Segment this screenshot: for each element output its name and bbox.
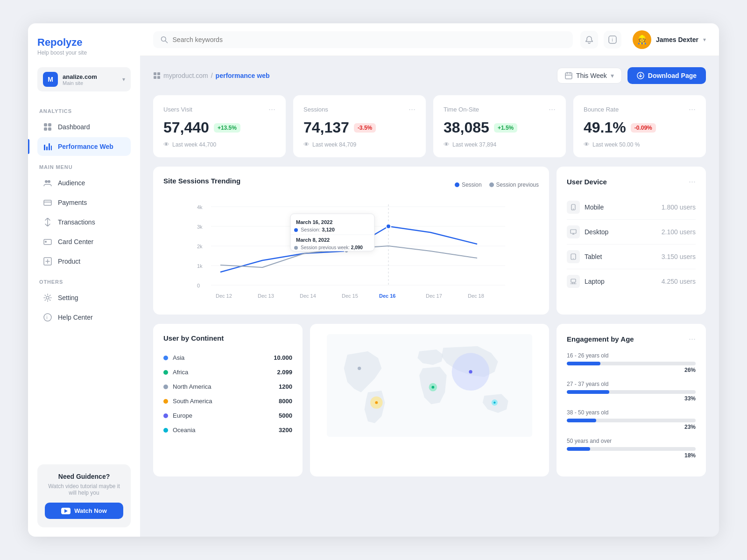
eye-icon-3: 👁 — [584, 141, 590, 148]
engagement-bar-fill-2 — [567, 419, 596, 422]
device-card-dots[interactable]: ··· — [689, 177, 696, 187]
svg-text:2k: 2k — [197, 244, 203, 249]
continent-row-south-america: South America 8000 — [163, 394, 292, 408]
laptop-icon — [567, 275, 580, 288]
engagement-bar-bg-3 — [567, 447, 696, 451]
stats-row: Users Visit ··· 57,440 +13.5% 👁 Last wee… — [153, 95, 706, 157]
search-box[interactable] — [153, 31, 573, 48]
svg-rect-23 — [154, 76, 156, 79]
watch-btn-label: Watch Now — [74, 507, 107, 514]
svg-rect-63 — [571, 279, 576, 282]
engagement-card: Engagement by Age ··· 16 - 26 years old … — [557, 324, 706, 476]
continent-dot-europe — [163, 413, 168, 418]
week-chevron-icon: ▾ — [611, 72, 614, 79]
svg-text:4k: 4k — [197, 204, 203, 210]
continent-dot-asia — [163, 356, 168, 360]
sidebar-item-performance-web[interactable]: Performance Web — [37, 137, 131, 156]
device-row-laptop: Laptop 4.250 users — [567, 269, 696, 294]
breadcrumb-page[interactable]: performance web — [216, 72, 270, 79]
sidebar-item-audience[interactable]: Audience — [37, 174, 131, 192]
dashboard-icon — [43, 122, 52, 132]
svg-text:3k: 3k — [197, 224, 203, 230]
calendar-icon — [565, 72, 572, 79]
engagement-pct-3: 18% — [567, 452, 696, 459]
continent-name-asia: Asia — [173, 354, 274, 361]
continent-val-oceania: 3200 — [279, 427, 292, 434]
product-label: Product — [58, 258, 80, 265]
stat-badge-2: +1.5% — [494, 123, 517, 133]
engagement-dots[interactable]: ··· — [689, 334, 696, 344]
svg-rect-24 — [157, 76, 160, 79]
legend-dot-session — [455, 182, 459, 187]
device-row-desktop: Desktop 2.100 users — [567, 220, 696, 245]
continent-val-asia: 10.000 — [274, 354, 292, 361]
topnav-icons: i — [580, 31, 621, 49]
svg-rect-6 — [49, 143, 50, 150]
search-input[interactable] — [173, 36, 565, 43]
search-icon — [161, 36, 168, 43]
stat-dots-2[interactable]: ··· — [549, 105, 556, 114]
continent-name-europe: Europe — [173, 412, 279, 419]
breadcrumb: myproduct.com / performance web — [153, 72, 270, 79]
svg-point-48 — [386, 224, 391, 229]
stat-dots-3[interactable]: ··· — [689, 105, 696, 114]
notification-button[interactable] — [580, 31, 598, 49]
grid-icon — [153, 72, 161, 79]
svg-point-70 — [431, 386, 434, 389]
sidebar-item-transactions[interactable]: Transactions — [37, 213, 131, 231]
continent-name-north-america: North America — [173, 383, 279, 390]
stat-dots-1[interactable]: ··· — [409, 105, 416, 114]
continent-val-africa: 2.099 — [277, 369, 292, 376]
chart-area: 4k 3k 2k 1k 0 Dec 12 — [163, 200, 539, 304]
svg-point-13 — [45, 241, 47, 243]
svg-text:1k: 1k — [197, 263, 203, 269]
site-info: analize.com Main site — [63, 73, 118, 86]
engagement-title: Engagement by Age — [567, 335, 634, 343]
audience-label: Audience — [58, 179, 85, 187]
sidebar-item-product[interactable]: Product — [37, 252, 131, 271]
engagement-label-0: 16 - 26 years old — [567, 352, 696, 359]
svg-rect-60 — [571, 230, 576, 233]
stat-card-bounce-rate: Bounce Rate ··· 49.1% -0.09% 👁 Last week… — [573, 95, 706, 157]
stat-value-3: 49.1% — [584, 119, 626, 136]
bottom-row: User by Continent Asia 10.000 Africa 2.0… — [153, 324, 706, 476]
svg-rect-3 — [48, 127, 51, 131]
download-page-button[interactable]: Download Page — [627, 67, 706, 84]
sidebar-item-help-center[interactable]: i Help Center — [37, 308, 131, 327]
continent-row-north-america: North America 1200 — [163, 379, 292, 394]
sidebar-item-payments[interactable]: Payments — [37, 193, 131, 212]
svg-point-52 — [294, 228, 298, 232]
continent-row-oceania: Oceania 3200 — [163, 423, 292, 437]
sidebar-item-setting[interactable]: Setting — [37, 288, 131, 307]
stat-sub-0: Last week 44,700 — [172, 141, 216, 148]
card-center-label: Card Center — [58, 238, 93, 245]
user-area[interactable]: 👷 James Dexter ▾ — [633, 30, 706, 49]
help-title: Need Guidence? — [45, 473, 123, 480]
continent-title: User by Continent — [163, 334, 292, 342]
stat-dots-0[interactable]: ··· — [268, 105, 275, 114]
svg-point-16 — [44, 314, 51, 321]
sidebar-item-dashboard[interactable]: Dashboard — [37, 118, 131, 136]
chevron-down-icon: ▾ — [122, 76, 125, 83]
device-row-tablet: Tablet 3.150 users — [567, 245, 696, 269]
watch-now-button[interactable]: Watch Now — [45, 503, 123, 519]
site-selector[interactable]: M analize.com Main site ▾ — [37, 67, 131, 91]
eye-icon-1: 👁 — [303, 141, 310, 148]
week-selector[interactable]: This Week ▾ — [557, 68, 622, 84]
session-chart-card: Site Sessions Trending Session Session p… — [153, 167, 549, 315]
eye-icon-2: 👁 — [444, 141, 450, 148]
engagement-pct-2: 23% — [567, 424, 696, 430]
sidebar-item-card-center[interactable]: Card Center — [37, 232, 131, 251]
session-chart-svg: 4k 3k 2k 1k 0 Dec 12 — [163, 200, 539, 302]
continent-val-north-america: 1200 — [279, 383, 292, 390]
svg-text:0: 0 — [197, 283, 200, 288]
device-users-mobile: 1.800 users — [662, 203, 696, 211]
setting-icon — [43, 293, 52, 302]
svg-rect-10 — [44, 200, 51, 205]
svg-text:March 16, 2022: March 16, 2022 — [296, 219, 332, 225]
top-nav: i 👷 James Dexter ▾ — [140, 23, 719, 56]
info-button[interactable]: i — [604, 31, 621, 49]
continent-name-africa: Africa — [173, 369, 277, 376]
site-sub: Main site — [63, 80, 118, 86]
stat-label-2: Time On-Site — [444, 106, 479, 113]
